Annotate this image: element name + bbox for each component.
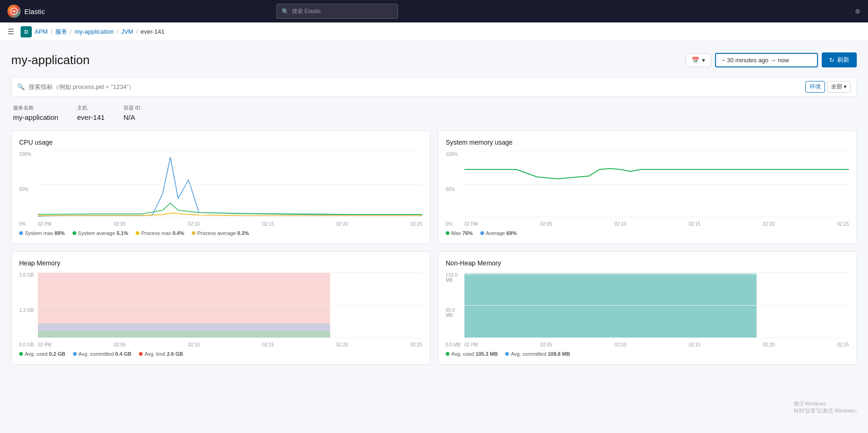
non-heap-area: 110.0 MB 55.0 MB 0.0 MB [446,272,849,347]
heap-legend: Avg. used 0.2 GB Avg. committed 0.4 GB A… [19,351,422,357]
non-heap-y-labels: 110.0 MB 55.0 MB 0.0 MB [446,272,463,347]
cpu-legend: System max 88% System average 5.1% Proce… [19,230,422,236]
refresh-button[interactable]: ↻ 刷新 [822,52,857,67]
cpu-chart-inner [38,152,422,217]
cpu-chart-area: 100% 50% 0% [19,152,422,227]
charts-grid: CPU usage 100% 50% 0% [11,131,857,365]
main-content: my-application 📅 ▾ ~ 30 minutes ago → no… [0,41,868,365]
settings-icon[interactable]: ⚙ [855,8,861,15]
time-range-display[interactable]: ~ 30 minutes ago → now [715,53,818,67]
cpu-chart-title: CPU usage [19,139,422,146]
cpu-grid-lines [38,152,422,217]
container-id-value: N/A [123,113,140,121]
sys-memory-inner [464,152,849,217]
sysavg-dot [72,231,76,235]
non-heap-used-dot [446,352,449,356]
heap-used-dot [19,352,23,356]
page-header: my-application 📅 ▾ ~ 30 minutes ago → no… [11,52,857,67]
filter-input[interactable] [29,83,802,90]
env-dropdown[interactable]: 全部 ▾ [827,81,851,93]
non-heap-legend-used: Avg. used 105.3 MB [446,351,498,357]
env-label: 环境 [805,81,825,93]
procmax-dot [136,231,139,235]
cpu-legend-procavg: Process average 0.2% [192,230,249,236]
env-dropdown-arrow: ▾ [844,83,846,90]
sys-memory-x-labels: 02 PM 02:05 02:10 02:15 02:20 02:25 [464,221,849,227]
breadcrumb-ever141: ever-141 [141,28,165,35]
heap-x-labels: 02 PM 02:05 02:10 02:15 02:20 02:25 [38,342,422,347]
non-heap-inner [464,272,849,338]
breadcrumb-apm[interactable]: APM [35,28,48,35]
env-all-label: 全部 [831,83,842,90]
sys-memory-legend: Max 76% Average 69% [446,230,849,236]
search-placeholder: 搜索 Elastic [292,7,321,15]
breadcrumb-sep-1: / [51,28,52,35]
heap-legend-committed: Avg. committed 0.4 GB [73,351,132,357]
cpu-legend-sysavg: System average 5.1% [72,230,129,236]
host-info: 主机 ever-141 [77,104,105,121]
filter-tags: 环境 全部 ▾ [805,81,851,93]
cpu-x-labels: 02 PM 02:05 02:10 02:15 02:20 02:25 [38,221,422,227]
sysmax-dot [19,231,23,235]
service-name-value: my-application [13,113,58,121]
heap-chart-title: Heap Memory [19,259,422,267]
non-heap-title: Non-Heap Memory [446,259,849,267]
cpu-legend-sysmax: System max 88% [19,230,65,236]
nav-icon: D [21,26,32,37]
app-name: Elastic [24,7,45,15]
sys-memory-grid [464,152,849,217]
time-picker-button[interactable]: 📅 ▾ [686,53,711,67]
heap-grid [38,272,422,338]
heap-committed-dot [73,352,77,356]
topnav-right: ⚙ [855,8,861,15]
search-icon: 🔍 [282,8,289,15]
sysmax-mem-dot [446,231,449,235]
non-heap-x-labels: 02 PM 02:05 02:10 02:15 02:20 02:25 [464,342,849,347]
heap-legend-used: Avg. used 0.2 GB [19,351,65,357]
sys-memory-area: 100% 50% 0% 02 PM [446,152,849,227]
host-label: 主机 [77,104,105,111]
refresh-icon: ↻ [829,57,834,64]
sys-memory-title: System memory usage [446,139,849,146]
heap-legend-limit: Avg. limit 2.6 GB [139,351,183,357]
sys-mem-legend-max: Max 76% [446,230,473,236]
header-controls: 📅 ▾ ~ 30 minutes ago → now ↻ 刷新 [686,52,857,67]
sys-memory-y-labels: 100% 50% 0% [446,152,463,227]
global-search-bar[interactable]: 🔍 搜索 Elastic [276,4,398,19]
breadcrumb-sep-2: / [70,28,72,35]
refresh-label: 刷新 [837,56,849,64]
cpu-legend-procmax: Process max 0.4% [136,230,184,236]
breadcrumb-services[interactable]: 服务 [55,28,67,36]
non-heap-grid [464,272,849,338]
system-memory-chart: System memory usage 100% 50% 0% [438,131,857,244]
non-heap-committed-dot [505,352,509,356]
heap-memory-chart: Heap Memory 2.6 GB 1.3 GB 0.0 GB [11,251,430,365]
breadcrumb-my-application[interactable]: my-application [74,28,114,35]
breadcrumb-bar: ☰ D APM / 服务 / my-application / JVM / ev… [0,22,868,41]
host-value: ever-141 [77,113,105,121]
service-info-row: 服务名称 my-application 主机 ever-141 容器 ID N/… [11,104,857,121]
breadcrumb-sep-4: / [136,28,138,35]
container-id-label: 容器 ID [123,104,140,111]
non-heap-legend: Avg. used 105.3 MB Avg. committed 108.8 … [446,351,849,357]
time-range-text: ~ 30 minutes ago → now [722,57,789,64]
breadcrumb-jvm[interactable]: JVM [121,28,133,35]
sysavg-mem-dot [480,231,484,235]
non-heap-legend-committed: Avg. committed 108.8 MB [505,351,570,357]
filter-bar: 🔍 环境 全部 ▾ [11,77,857,97]
heap-chart-area: 2.6 GB 1.3 GB 0.0 GB [19,272,422,347]
sys-mem-legend-avg: Average 69% [480,230,517,236]
breadcrumb-sep-3: / [116,28,118,35]
container-id-info: 容器 ID N/A [123,104,140,121]
service-name-info: 服务名称 my-application [13,104,58,121]
elastic-logo: Elastic [7,5,45,18]
chevron-down-icon: ▾ [702,57,705,64]
procavg-dot [192,231,195,235]
service-name-label: 服务名称 [13,104,58,111]
calendar-icon: 📅 [692,57,699,64]
hamburger-menu[interactable]: ☰ [7,27,14,36]
filter-search-icon: 🔍 [17,83,25,90]
non-heap-memory-chart: Non-Heap Memory 110.0 MB 55.0 MB 0.0 MB [438,251,857,365]
top-navigation: Elastic 🔍 搜索 Elastic ⚙ [0,0,868,22]
cpu-usage-chart: CPU usage 100% 50% 0% [11,131,430,244]
